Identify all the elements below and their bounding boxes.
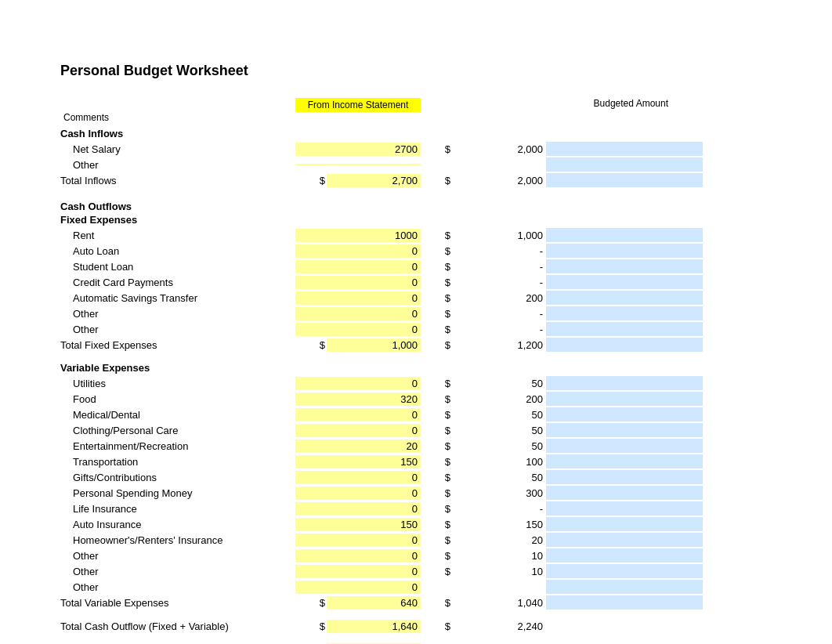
from-income-value: 0: [295, 260, 421, 273]
comments-cell: [546, 173, 703, 187]
dollar-sign: $: [421, 487, 452, 499]
dollar-sign: $: [421, 378, 452, 389]
budgeted-value: 200: [452, 292, 546, 304]
budgeted-total: 1,040: [452, 597, 546, 609]
budgeted-value: -: [452, 261, 546, 273]
dollar-sign: $: [421, 230, 452, 241]
comments-cell: [546, 275, 703, 289]
from-income-total: 2,700: [327, 174, 421, 187]
budgeted-value: 150: [452, 519, 546, 530]
budgeted-value: 50: [452, 472, 546, 483]
dollar-sign: $: [421, 409, 452, 421]
dollar-sign: $: [421, 245, 452, 257]
from-income-value: 0: [295, 291, 421, 305]
from-income-value: 0: [295, 424, 421, 437]
row-label: Medical/Dental: [60, 409, 295, 421]
from-income-value: 0: [295, 244, 421, 258]
dollar-sign: $: [421, 503, 452, 515]
from-income-total: 640: [327, 596, 421, 610]
from-income-value: 0: [295, 408, 421, 421]
budgeted-value: 50: [452, 425, 546, 436]
comments-cell: [546, 259, 703, 273]
table-row: Student Loan 0 $ -: [60, 259, 687, 274]
row-label: Automatic Savings Transfer: [60, 292, 295, 304]
from-income-value: 0: [295, 534, 421, 547]
table-row: Food 320 $ 200: [60, 391, 687, 407]
dollar-sign: $: [295, 620, 327, 632]
comments-cell: [546, 291, 703, 305]
budgeted-value: 20: [452, 534, 546, 546]
comments-cell: [546, 564, 703, 578]
comments-cell: [546, 501, 703, 516]
budgeted-value: 100: [452, 456, 546, 468]
budgeted-value: -: [452, 503, 546, 515]
dollar-sign: $: [295, 175, 327, 186]
from-income-value: 0: [295, 323, 421, 336]
dollar-sign: $: [421, 472, 452, 483]
comments-cell: [546, 548, 703, 563]
table-row: Other: [60, 157, 687, 172]
table-row: Automatic Savings Transfer 0 $ 200: [60, 290, 687, 306]
table-row: Personal Spending Money 0 $ 300: [60, 485, 687, 501]
col-spacer: [421, 98, 515, 112]
dollar-sign: $: [295, 597, 327, 609]
budgeted-value: -: [452, 245, 546, 257]
comments-cell: [546, 306, 703, 320]
row-label: Other: [60, 159, 295, 171]
from-income-value: 320: [295, 393, 421, 406]
budgeted-value: 200: [452, 393, 546, 405]
from-income-total: 1,640: [327, 620, 421, 633]
table-row: Homeowner's/Renters' Insurance 0 $ 20: [60, 532, 687, 548]
from-income-value: 0: [295, 377, 421, 390]
from-income-value: 0: [295, 276, 421, 289]
row-label: Auto Loan: [60, 245, 295, 257]
table-row: Transportation 150 $ 100: [60, 454, 687, 469]
table-row: Other 0 $ -: [60, 321, 687, 337]
dollar-sign: $: [421, 534, 452, 546]
comments-cell: [546, 439, 703, 453]
comments-header: Comments: [60, 112, 295, 123]
budgeted-value: 50: [452, 440, 546, 452]
from-income-value: 0: [295, 581, 421, 594]
dollar-sign: $: [421, 519, 452, 530]
row-label: Gifts/Contributions: [60, 472, 295, 483]
from-income-value: 0: [295, 487, 421, 500]
from-income-value: 150: [295, 455, 421, 469]
row-label: Other: [60, 566, 295, 577]
row-label: Clothing/Personal Care: [60, 425, 295, 436]
table-row: Auto Loan 0 $ -: [60, 243, 687, 259]
column-headers: From Income Statement Budgeted Amount Co…: [60, 98, 687, 123]
dollar-sign: $: [421, 425, 452, 436]
from-income-value: 0: [295, 307, 421, 320]
budgeted-value: 10: [452, 550, 546, 562]
budgeted-value: -: [452, 308, 546, 320]
from-income-value: 0: [295, 565, 421, 578]
from-income-value: 150: [295, 518, 421, 531]
budgeted-value: 2,000: [452, 143, 546, 155]
from-income-value: [295, 164, 421, 165]
variable-expenses-title: Variable Expenses: [60, 362, 687, 374]
budgeted-value: 50: [452, 409, 546, 421]
dollar-sign: $: [421, 393, 452, 405]
from-income-total: 1,000: [327, 338, 421, 352]
budgeted-value: -: [452, 277, 546, 288]
row-label: Other: [60, 324, 295, 335]
total-inflows-row: Total Inflows $ 2,700 $ 2,000: [60, 172, 687, 188]
from-income-value: 2700: [295, 143, 421, 156]
row-label: Homeowner's/Renters' Insurance: [60, 534, 295, 546]
table-row: Net Salary 2700 $ 2,000: [60, 141, 687, 157]
total-label: Total Inflows: [60, 175, 295, 186]
total-label: Total Variable Expenses: [60, 597, 295, 609]
comments-cell: [546, 338, 703, 352]
worksheet: From Income Statement Budgeted Amount Co…: [60, 98, 687, 644]
dollar-sign2: $: [421, 620, 452, 632]
row-label: Auto Insurance: [60, 519, 295, 530]
comments-cell: [546, 142, 703, 156]
table-row: Life Insurance 0 $ -: [60, 501, 687, 516]
row-label: Other: [60, 308, 295, 320]
dollar-sign: $: [421, 440, 452, 452]
comments-cell: [546, 423, 703, 437]
page-title: Personal Budget Worksheet: [60, 63, 785, 79]
dollar-sign: $: [421, 550, 452, 562]
budgeted-value: 1,000: [452, 230, 546, 241]
